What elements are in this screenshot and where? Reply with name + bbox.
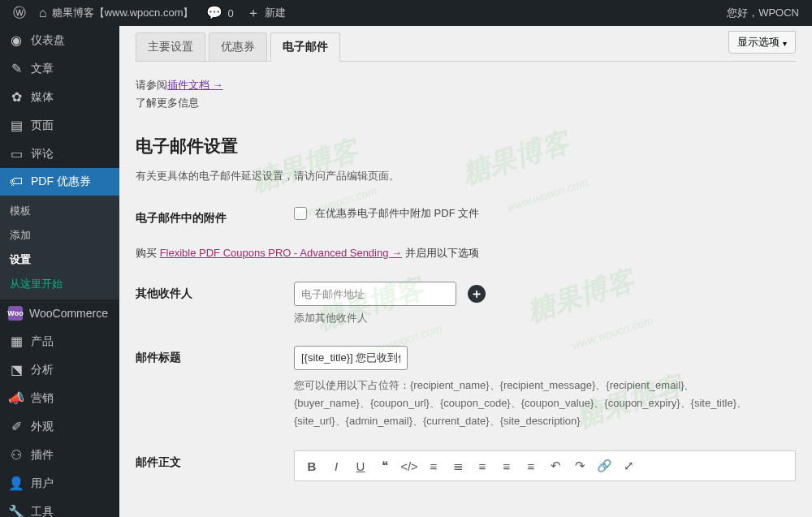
megaphone-icon: 📣: [8, 390, 24, 406]
screen-options-toggle[interactable]: 显示选项: [728, 31, 796, 54]
row-recipients: 其他收件人 ＋ 添加其他收件人: [136, 282, 796, 325]
pro-link[interactable]: Flexible PDF Coupons PRO - Advanced Send…: [160, 247, 402, 259]
comments-count: 0: [227, 7, 233, 19]
expand-icon: ⤢: [624, 459, 634, 473]
plus-icon: ＋: [470, 286, 483, 303]
recipient-email-input[interactable]: [294, 282, 456, 306]
tab-main[interactable]: 主要设置: [136, 32, 205, 62]
plugin-docs-link[interactable]: 插件文档 →: [167, 79, 223, 91]
editor-fullscreen-button[interactable]: ⤢: [616, 455, 641, 477]
quote-icon: ❝: [382, 459, 388, 473]
recipients-helper: 添加其他收件人: [294, 311, 796, 325]
pin-icon: ✎: [8, 61, 24, 76]
link-icon: 🔗: [597, 459, 612, 473]
main-content: 显示选项 主要设置 优惠券 电子邮件 请参阅插件文档 → 了解更多信息 电子邮件…: [119, 26, 812, 517]
product-icon: ▦: [8, 334, 24, 349]
row-subject: 邮件标题 您可以使用以下占位符：{recipient_name}、{recipi…: [136, 346, 796, 430]
new-label: 新建: [265, 6, 286, 20]
editor-ul-button[interactable]: ≡: [421, 455, 446, 477]
comment-icon: 💬: [206, 6, 222, 19]
editor-link-button[interactable]: 🔗: [592, 455, 616, 477]
menu-posts[interactable]: ✎文章: [0, 54, 119, 83]
menu-pdf-coupons[interactable]: 🏷PDF 优惠券: [0, 168, 119, 196]
editor-ol-button[interactable]: ≣: [446, 455, 470, 477]
site-title: 糖果博客【www.wpocn.com】: [52, 6, 194, 20]
tab-email[interactable]: 电子邮件: [270, 32, 340, 62]
row-body: 邮件正文 B I U ❝ </> ≡ ≣ ≡ ≡ ≡ ↶ ↷ 🔗 ⤢: [136, 450, 796, 481]
editor-quote-button[interactable]: ❝: [373, 455, 397, 477]
editor-align-right-button[interactable]: ≡: [519, 455, 543, 477]
redo-icon: ↷: [575, 459, 585, 473]
tag-icon: 🏷: [8, 174, 24, 189]
comments-link[interactable]: 💬0: [200, 0, 240, 26]
user-icon: 👤: [8, 476, 24, 491]
menu-plugins[interactable]: ⚇插件: [0, 441, 119, 469]
subject-input[interactable]: [294, 346, 408, 370]
menu-appearance[interactable]: ✐外观: [0, 412, 119, 441]
label-body: 邮件正文: [136, 450, 294, 470]
editor-italic-button[interactable]: I: [324, 455, 348, 477]
menu-woocommerce[interactable]: WooWooCommerce: [0, 299, 119, 327]
menu-comments[interactable]: ▭评论: [0, 140, 119, 168]
account-link[interactable]: 您好，WPOCN: [720, 0, 806, 26]
admin-bar: ⓦ ⌂糖果博客【www.wpocn.com】 💬0 ＋新建 您好，WPOCN: [0, 0, 812, 26]
row-attachments: 电子邮件中的附件 在优惠券电子邮件中附加 PDF 文件: [136, 206, 796, 226]
plus-icon: ＋: [247, 6, 260, 19]
new-content[interactable]: ＋新建: [240, 0, 292, 26]
brush-icon: ✐: [8, 419, 24, 434]
tab-coupons[interactable]: 优惠券: [209, 32, 267, 62]
greeting: 您好，WPOCN: [727, 6, 799, 20]
menu-media[interactable]: ✿媒体: [0, 83, 119, 111]
label-recipients: 其他收件人: [136, 282, 294, 301]
menu-users[interactable]: 👤用户: [0, 469, 119, 498]
chevron-down-icon: [783, 37, 787, 49]
wp-logo[interactable]: ⓦ: [6, 0, 32, 26]
plugin-icon: ⚇: [8, 447, 24, 463]
label-subject: 邮件标题: [136, 346, 294, 365]
list-ol-icon: ≣: [453, 459, 464, 473]
doc-line-1: 请参阅插件文档 →: [136, 78, 796, 93]
menu-products[interactable]: ▦产品: [0, 327, 119, 355]
checkbox-attach-pdf[interactable]: [294, 207, 307, 220]
editor-bold-button[interactable]: B: [300, 455, 324, 477]
submenu-templates[interactable]: 模板: [0, 199, 119, 223]
section-desc: 有关更具体的电子邮件延迟设置，请访问产品编辑页面。: [136, 169, 796, 183]
menu-dashboard[interactable]: ◉仪表盘: [0, 26, 119, 54]
wordpress-icon: ⓦ: [13, 6, 26, 19]
submenu-add[interactable]: 添加: [0, 223, 119, 248]
submenu-start-here[interactable]: 从这里开始: [0, 272, 119, 296]
menu-analytics[interactable]: ⬔分析: [0, 355, 119, 384]
editor-align-center-button[interactable]: ≡: [495, 455, 519, 477]
menu-tools[interactable]: 🔧工具: [0, 498, 119, 517]
menu-marketing[interactable]: 📣营销: [0, 384, 119, 412]
submenu-settings[interactable]: 设置: [0, 248, 119, 272]
section-title: 电子邮件设置: [136, 135, 796, 157]
editor-align-left-button[interactable]: ≡: [470, 455, 495, 477]
woo-icon: Woo: [8, 306, 23, 321]
doc-line-2: 了解更多信息: [136, 96, 796, 110]
list-ul-icon: ≡: [430, 459, 438, 473]
editor-toolbar: B I U ❝ </> ≡ ≣ ≡ ≡ ≡ ↶ ↷ 🔗 ⤢: [294, 450, 796, 481]
editor-undo-button[interactable]: ↶: [543, 455, 568, 477]
admin-sidebar: ◉仪表盘 ✎文章 ✿媒体 ▤页面 ▭评论 🏷PDF 优惠券 模板 添加 设置 从…: [0, 26, 119, 517]
wrench-icon: 🔧: [8, 504, 24, 517]
media-icon: ✿: [8, 89, 24, 105]
menu-pages[interactable]: ▤页面: [0, 111, 119, 140]
underline-icon: U: [356, 459, 365, 473]
submenu-pdf-coupons: 模板 添加 设置 从这里开始: [0, 196, 119, 299]
subject-placeholders: 您可以使用以下占位符：{recipient_name}、{recipient_m…: [294, 377, 749, 430]
buy-pro-line: 购买 Flexible PDF Coupons PRO - Advanced S…: [136, 246, 796, 261]
editor-redo-button[interactable]: ↷: [568, 455, 592, 477]
editor-code-button[interactable]: </>: [397, 455, 421, 477]
site-link[interactable]: ⌂糖果博客【www.wpocn.com】: [32, 0, 200, 26]
align-right-icon: ≡: [528, 459, 535, 473]
comment-icon: ▭: [8, 146, 24, 162]
label-attachments: 电子邮件中的附件: [136, 206, 294, 226]
add-recipient-button[interactable]: ＋: [468, 285, 486, 303]
editor-underline-button[interactable]: U: [348, 455, 373, 477]
page-icon: ▤: [8, 118, 24, 133]
chart-icon: ⬔: [8, 362, 24, 377]
dashboard-icon: ◉: [8, 32, 24, 48]
undo-icon: ↶: [551, 459, 561, 473]
bold-icon: B: [308, 459, 317, 473]
